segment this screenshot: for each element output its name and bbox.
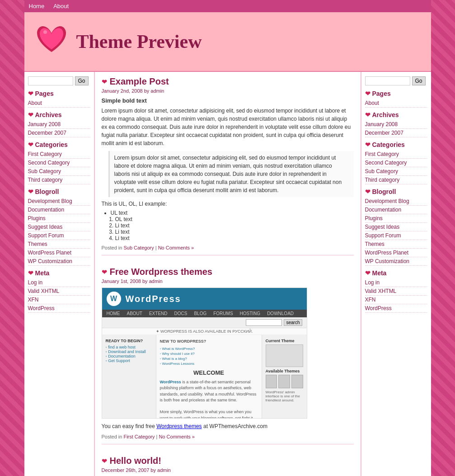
left-meta-xfn[interactable]: XFN [28, 296, 90, 304]
post-wp-themes-link[interactable]: Wordpress themes [156, 423, 202, 429]
left-search-button[interactable]: Go [75, 76, 89, 85]
right-blog-suggest[interactable]: Suggest Ideas [365, 223, 427, 231]
wp-sidebar-link3: ◦ Documentation [106, 354, 152, 358]
left-archive-dec[interactable]: December 2007 [28, 129, 90, 137]
right-cat-sub[interactable]: Sub Category [365, 167, 427, 175]
right-cat-third[interactable]: Third category [365, 176, 427, 184]
wp-welcome-text: WELCOME [160, 369, 258, 377]
heart-icon-meta-right: ❤ [365, 269, 371, 277]
right-blog-dev[interactable]: Development Blog [365, 197, 427, 205]
wp-nav-download: DOWNLOAD [267, 311, 294, 316]
left-cat-second[interactable]: Second Category [28, 159, 90, 167]
right-meta-wp[interactable]: WordPress [365, 304, 427, 312]
post-example-footer: Posted in Sub Category | No Comments » [102, 245, 354, 250]
post-hello-meta: December 26th, 2007 by admin [102, 467, 354, 473]
right-blog-docs[interactable]: Documentation [365, 206, 427, 214]
right-blogroll-list: Development Blog Documentation Plugins S… [365, 197, 427, 266]
left-meta-list: Log in Valid XHTML XFN WordPress [28, 278, 90, 313]
right-meta-title: ❤ Meta [365, 269, 427, 277]
left-archives-title: ❤ Archives [28, 111, 90, 118]
svg-point-0 [43, 30, 47, 34]
right-blog-wpcustom[interactable]: WP Customization [365, 257, 427, 265]
left-blog-dev[interactable]: Development Blog [28, 197, 90, 205]
wp-also-available: ✦ WORDPRESS IS ALSO AVAILABLE IN РУССКИЙ… [102, 328, 307, 335]
left-blog-themes[interactable]: Themes [28, 240, 90, 248]
post-wp-comments-link[interactable]: No Comments » [159, 434, 194, 439]
wp-available-label: Available Themes [266, 369, 303, 373]
nav-home[interactable]: Home [29, 3, 45, 9]
left-blog-wpcustom[interactable]: WP Customization [28, 257, 90, 265]
nav-about[interactable]: About [53, 3, 69, 9]
right-cat-first[interactable]: First Category [365, 150, 427, 158]
left-meta-title: ❤ Meta [28, 269, 90, 277]
wp-header-bar: W WordPress [102, 288, 307, 310]
wp-sidebar-link2: ◦ Download and Install [106, 349, 152, 354]
post-example-cat-link[interactable]: Sub Category [123, 245, 154, 250]
list-item: Li text [115, 222, 354, 229]
heart-icon-post3: ❤ [102, 457, 107, 465]
wp-nav-docs: DOCS [174, 311, 188, 316]
right-meta-list: Log in Valid XHTML XFN WordPress [365, 278, 427, 313]
left-sidebar: Go ❤ Pages About ❤ Archives January 2008… [24, 72, 94, 476]
heart-icon-meta-left: ❤ [28, 269, 33, 277]
wp-search-button[interactable]: search [284, 319, 302, 326]
site-header: Theme Preview [24, 12, 431, 72]
wp-search-bar: search [102, 317, 307, 328]
right-blog-support[interactable]: Support Forum [365, 231, 427, 240]
header-logo [33, 21, 70, 62]
right-search-button[interactable]: Go [412, 76, 426, 85]
left-blog-suggest[interactable]: Suggest Ideas [28, 223, 90, 231]
right-meta-xfn[interactable]: XFN [365, 296, 427, 304]
left-search-input[interactable] [28, 76, 73, 85]
right-page-about[interactable]: About [365, 99, 427, 107]
wp-nav-blog: BLOG [194, 311, 206, 316]
wp-search-input[interactable] [246, 319, 282, 326]
heart-icon-pages-left: ❤ [28, 90, 33, 97]
post-example-bold: Simple bold text [102, 97, 354, 104]
post-wp-body: You can easy find free Wordpress themes … [102, 422, 354, 430]
heart-icon-blogroll-right: ❤ [365, 188, 371, 195]
wp-body: READY TO BEGIN? ◦ find a web host ◦ Down… [102, 335, 307, 418]
post-wp-meta: January 1st, 2008 by admin [102, 278, 354, 284]
right-archive-jan[interactable]: January 2008 [365, 120, 427, 128]
heart-icon-cats-left: ❤ [28, 141, 33, 148]
wp-logo: W [107, 292, 121, 306]
left-meta-login[interactable]: Log in [28, 278, 90, 287]
left-cat-first[interactable]: First Category [28, 150, 90, 158]
wp-main-body: NEW TO WORDPRESS? ◦ What is WordPress?◦ … [156, 335, 262, 418]
wp-theme-thumbnails [266, 375, 303, 388]
heart-icon-post2: ❤ [102, 269, 107, 276]
wp-title: WordPress [126, 294, 181, 304]
post-example-title: ❤ Example Post [102, 76, 354, 87]
left-pages-title: ❤ Pages [28, 90, 90, 97]
right-archives-title: ❤ Archives [365, 111, 427, 118]
right-blog-themes[interactable]: Themes [365, 240, 427, 248]
left-archive-jan[interactable]: January 2008 [28, 120, 90, 128]
heart-icon-blogroll-left: ❤ [28, 188, 33, 195]
right-blog-plugins[interactable]: Plugins [365, 214, 427, 222]
left-cat-sub[interactable]: Sub Category [28, 167, 90, 175]
left-blog-docs[interactable]: Documentation [28, 206, 90, 214]
right-archive-dec[interactable]: December 2007 [365, 129, 427, 137]
post-wp-footer: Posted in First Category | No Comments » [102, 434, 354, 439]
right-meta-xhtml[interactable]: Valid XHTML [365, 287, 427, 295]
post-example-ul: UL text [111, 210, 354, 216]
left-cat-third[interactable]: Third category [28, 176, 90, 184]
left-meta-xhtml[interactable]: Valid XHTML [28, 287, 90, 295]
right-cat-second[interactable]: Second Category [365, 159, 427, 167]
wp-nav-home: HOME [107, 311, 120, 316]
post-wp-cat-link[interactable]: First Category [123, 434, 155, 439]
list-item: Li text [115, 235, 354, 241]
left-blog-support[interactable]: Support Forum [28, 231, 90, 240]
post-example-comments-link[interactable]: No Comments » [158, 245, 194, 250]
right-categories-list: First Category Second Category Sub Categ… [365, 150, 427, 184]
left-blog-wpplanet[interactable]: WordPress Planet [28, 249, 90, 257]
left-page-about[interactable]: About [28, 99, 90, 107]
left-meta-wp[interactable]: WordPress [28, 304, 90, 312]
left-pages-list: About [28, 99, 90, 108]
right-search-input[interactable] [365, 76, 410, 85]
right-pages-title: ❤ Pages [365, 90, 427, 97]
right-blog-wpplanet[interactable]: WordPress Planet [365, 249, 427, 257]
right-meta-login[interactable]: Log in [365, 278, 427, 287]
left-blog-plugins[interactable]: Plugins [28, 214, 90, 222]
